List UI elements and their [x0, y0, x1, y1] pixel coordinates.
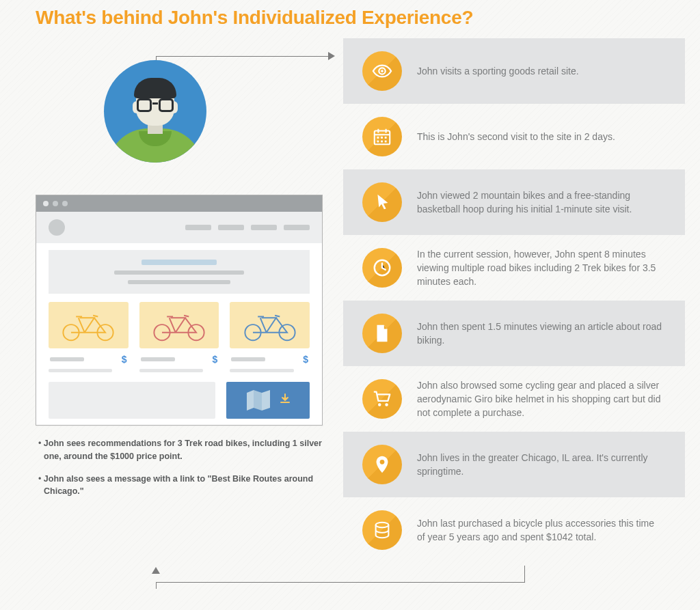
price-glyph: $: [303, 354, 308, 365]
eye-icon: [362, 51, 402, 91]
document-icon: [362, 314, 402, 353]
list-item-text: This is John's second visit to the site …: [417, 130, 664, 143]
svg-rect-14: [385, 137, 387, 139]
list-item: In the current session, however, John sp…: [343, 235, 685, 301]
svg-point-10: [381, 70, 383, 72]
cart-icon: [362, 379, 402, 419]
list-item-text: John visits a sporting goods retail site…: [417, 64, 664, 78]
product-card-2: $: [139, 302, 219, 372]
svg-point-22: [376, 523, 389, 528]
svg-rect-15: [377, 141, 379, 143]
site-nav-placeholder: [185, 225, 310, 230]
list-item: John viewed 2 mountain bikes and a free-…: [343, 169, 685, 235]
list-item-text: John also browsed some cycling gear and …: [417, 378, 664, 420]
map-icon: [245, 389, 273, 412]
calendar-icon: [362, 117, 402, 156]
connector-top: [156, 49, 335, 63]
list-item-text: In the current session, however, John sp…: [417, 247, 664, 289]
list-item: John also browsed some cycling gear and …: [343, 366, 685, 432]
site-logo-placeholder: [49, 219, 65, 236]
svg-rect-13: [381, 137, 383, 139]
price-glyph: $: [213, 354, 218, 365]
behavior-list: John visits a sporting goods retail site…: [343, 38, 685, 563]
list-item-text: John last purchased a bicycle plus acces…: [417, 516, 664, 544]
svg-marker-6: [247, 390, 254, 411]
list-item-text: John lives in the greater Chicago, IL ar…: [417, 451, 664, 479]
pin-icon: [362, 445, 402, 484]
list-item: John visits a sporting goods retail site…: [343, 38, 685, 104]
browser-mock: $ $: [36, 195, 323, 426]
list-item: This is John's second visit to the site …: [343, 104, 685, 169]
svg-point-21: [380, 460, 385, 465]
svg-point-20: [385, 403, 388, 406]
bike-icon: [239, 308, 301, 342]
list-item: John then spent 1.5 minutes viewing an a…: [343, 301, 685, 366]
content-block-placeholder: [49, 382, 215, 419]
list-item-text: John then spent 1.5 minutes viewing an a…: [417, 320, 664, 348]
site-hero-placeholder: [49, 250, 310, 294]
arrow-up-icon: [152, 567, 160, 574]
svg-marker-7: [254, 390, 262, 411]
product-card-3: $: [230, 302, 310, 372]
map-download-card: [226, 382, 310, 419]
connector-bottom: [156, 566, 525, 600]
list-item: John lives in the greater Chicago, IL ar…: [343, 432, 685, 497]
page-title: What's behind John's Individualized Expe…: [36, 7, 473, 29]
product-card-1: $: [49, 302, 129, 372]
svg-rect-17: [385, 141, 387, 143]
bike-icon: [148, 308, 210, 342]
clock-icon: [362, 248, 402, 288]
download-icon: [280, 393, 291, 407]
bullet-2: John also sees a message with a link to …: [36, 473, 323, 499]
svg-rect-12: [377, 137, 379, 139]
browser-chrome: [36, 195, 322, 212]
avatar: [104, 60, 206, 163]
glasses-icon: [135, 98, 176, 112]
arrow-right-icon: [328, 52, 335, 60]
price-glyph: $: [122, 354, 127, 365]
svg-marker-8: [262, 390, 270, 411]
database-icon: [362, 510, 402, 550]
svg-rect-16: [381, 141, 383, 143]
bullet-1: John sees recommendations for 3 Trek roa…: [36, 437, 323, 463]
svg-point-19: [378, 403, 381, 406]
bike-icon: [57, 308, 119, 342]
cursor-icon: [362, 182, 402, 222]
result-bullets: John sees recommendations for 3 Trek roa…: [36, 437, 323, 508]
list-item: John last purchased a bicycle plus acces…: [343, 497, 685, 563]
list-item-text: John viewed 2 mountain bikes and a free-…: [417, 189, 664, 217]
